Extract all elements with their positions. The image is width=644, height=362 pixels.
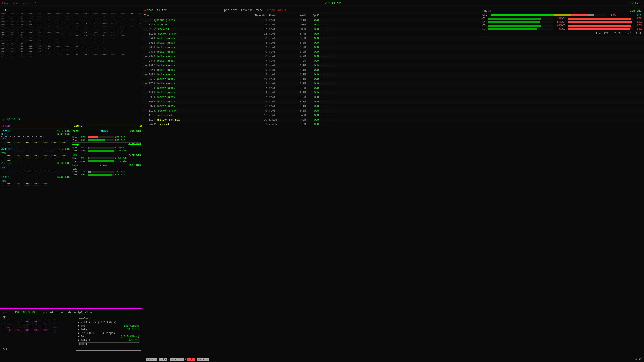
mem-avail-val: 12.2 GiB — [57, 148, 70, 150]
proc-user: root — [269, 114, 288, 117]
net-sync-btn[interactable]: sync — [41, 311, 48, 314]
disk-swap-used: Used: 0% 0 Byte — [72, 146, 141, 149]
table-row[interactable]: ├─ 3074 docker-proxy 8 root 3.1M 0.0 ···… — [142, 104, 644, 108]
proc-user: root — [269, 23, 288, 26]
proc-cpu: 0.0 — [306, 42, 319, 44]
proc-threads: 1 — [252, 123, 267, 126]
table-row[interactable]: ├─ 2372 docker-proxy 8 root 3.1M 0.0 ···… — [142, 63, 644, 68]
proc-cpu: 0.0 — [306, 32, 319, 36]
mem-free-dots: ········································… — [1, 183, 70, 188]
proc-tree-btn[interactable]: tree — [256, 9, 263, 12]
proc-cpu: 0.0 — [306, 96, 319, 99]
bottom-sep2: ↓ — [167, 358, 169, 361]
net-zero-btn[interactable]: zero — [56, 311, 63, 314]
info-btn[interactable]: info — [159, 358, 167, 361]
disk-swap-free-bar-bg — [88, 150, 114, 152]
disk-swap-free: Free:100% 7.79 GiB — [72, 150, 141, 152]
proc-filter-btn[interactable]: filter — [157, 9, 167, 12]
bottom-sep4: ↓ — [195, 358, 197, 361]
upload-total-row: ▲ Total: 828 MiB — [78, 339, 139, 342]
table-row[interactable]: ├─ 2758 docker-proxy 9 root 3.1M 0.0 ···… — [142, 81, 644, 86]
disk-root-used-val: 339 GiB — [115, 136, 125, 138]
mem-total-val: 15.5 GiB — [57, 130, 70, 133]
table-row[interactable]: ├─ 1127 qbittorrent-nox 10 akash 32M 0.0… — [142, 118, 644, 122]
preset-btn[interactable]: preset * — [23, 2, 36, 5]
select-btn[interactable]: select — [146, 358, 157, 361]
disk-swap-used-bar — [88, 147, 89, 149]
proc-user: root — [269, 105, 288, 108]
proc-user: root — [269, 96, 288, 99]
proc-threads: 10 — [252, 118, 267, 122]
disk-swap-header: swap 7.79 GiB — [72, 142, 141, 146]
disk-boot-free-bar — [88, 174, 112, 176]
proc-mem: 3.1M — [288, 73, 306, 76]
proc-cpu-bar: ·········· — [319, 87, 340, 89]
proc-percore-btn[interactable]: per-core — [224, 9, 238, 12]
proc-cpu-bar: ·········· — [319, 92, 340, 94]
menu-btn[interactable]: menu — [13, 2, 20, 5]
plus-btn[interactable]: + — [640, 2, 642, 6]
disk-title: disks — [74, 124, 82, 128]
table-row[interactable]: [-]-4739 systemd 1 akash 8.8M 0.0 ······… — [142, 122, 644, 127]
terminate-btn[interactable]: terminate — [170, 358, 184, 361]
proc-reverse-btn[interactable]: reverse — [241, 9, 253, 12]
table-row[interactable]: ├─ 2343 docker-proxy 7 root 3G 0.0 ·····… — [142, 59, 644, 63]
net-content: 10K 136K ·······························… — [1, 316, 141, 350]
net-title-bar: 3 net ── 192.168.0.103 ── sync auto zero… — [1, 310, 141, 315]
disk-root-used-bar-bg — [88, 136, 114, 138]
proc-mem: 8.8M — [288, 123, 306, 126]
proc-tree: ├─ 2769 docker-proxy — [144, 87, 252, 90]
mem-used-val: 3.35 GiB — [57, 133, 70, 136]
net-auto-btn[interactable]: auto — [48, 311, 55, 314]
proc-mem: 11M — [288, 19, 306, 22]
cpu-graph-dots: ········································… — [0, 7, 142, 65]
proc-sep1: ─ — [154, 9, 156, 12]
table-row[interactable]: ├─ 2549 docker-proxy 8 root 3.3M 0.0 ···… — [142, 36, 644, 40]
proc-tree: ├─ 3074 docker-proxy — [144, 105, 252, 108]
proc-mem: 3.1M — [288, 105, 306, 108]
mem-total-label: Total: — [1, 130, 10, 133]
table-row[interactable]: ├─ 2863 docker-proxy 9 root 3.2M 0.0 ···… — [142, 45, 644, 50]
proc-cpu: 0.0 — [306, 46, 319, 49]
proc-tree: [-]-4739 systemd — [144, 123, 252, 126]
cpu-title[interactable]: cpu — [4, 8, 8, 11]
table-row[interactable]: ├─ 2320 docker-proxy 6 root 2.9M 0.0 ···… — [142, 54, 644, 59]
table-row[interactable]: ├─ 1151 containerd 15 root 43M 0.0 ·····… — [142, 113, 644, 118]
table-row[interactable]: ├─ 2939 docker-proxy 7 root 3.2M 0.0 ···… — [142, 95, 644, 100]
table-row[interactable]: ├─ 2476 docker-proxy 9 root 3.1M 0.0 ···… — [142, 72, 644, 77]
mem-used-dots: ········································… — [1, 140, 70, 147]
download-header: download — [78, 317, 139, 320]
disk-swap-size: 7.79 GiB — [128, 143, 141, 146]
table-row[interactable]: ├─ 2596 docker-proxy 10 root 3.1M 0.0 ··… — [142, 77, 644, 81]
disk-root-free-bar — [88, 139, 105, 141]
cpu-dashes: ──────────────────── — [9, 8, 38, 11]
mem-avail-dots: ········································… — [1, 155, 70, 161]
proc-mem: 43M — [288, 114, 306, 117]
table-row[interactable]: ├─ 2769 docker-proxy 7 root 3.2M 0.0 ···… — [142, 86, 644, 90]
cpu-tab[interactable]: cpu — [4, 2, 9, 5]
table-row[interactable]: ├─ 3039 docker-proxy 9 root 3.3M 0.0 ···… — [142, 100, 644, 104]
signals-btn[interactable]: signals — [197, 358, 209, 361]
upload-total-label: ▲ Total: — [78, 339, 90, 342]
download-total-label: ▼ Total: — [78, 328, 90, 331]
disk-boot-header: boot ▼248K 1021 MiB — [72, 164, 141, 167]
proc-cpu-sort-btn[interactable]: < cpu lazy > — [266, 9, 287, 12]
proc-user: root — [269, 50, 288, 54]
mem-rows: Total: 15.5 GiB Used: 3.35 GiB 22% ·····… — [1, 130, 70, 188]
proc-sep3: ─ — [238, 9, 240, 12]
kill-btn[interactable]: kill — [187, 358, 194, 361]
proc-cpu: 0.0 — [306, 64, 319, 67]
disk-swap-free-val: 7.79 GiB — [115, 150, 126, 152]
proc-tree: ├─ 2549 docker-proxy — [144, 37, 252, 40]
upload-top-val: (15.9 Mibps) — [121, 335, 139, 338]
table-row[interactable]: ├─ 2882 docker-proxy 8 root 3.3M 0.0 ···… — [142, 90, 644, 95]
net-sep: ── — [11, 311, 14, 314]
table-row[interactable]: ├─ 2378 docker-proxy 9 root 3.3M 0.0 ···… — [142, 50, 644, 54]
table-row[interactable]: ├─ 2458 docker-proxy 9 root 3.1M 0.0 ···… — [142, 68, 644, 72]
table-row[interactable]: ├─ 2912 docker-proxy 8 root 3.2M 0.0 ···… — [142, 40, 644, 45]
download-speed-row: ▼ 7.28 KiB/s (58.3 Kibps) — [78, 321, 139, 324]
disk-root-free: Free: 63% 567 GiB — [72, 139, 141, 142]
scroll-arrows: ↑ — [144, 358, 146, 361]
proc-tree: [-]-1 systemd (init) — [144, 19, 252, 22]
table-row[interactable]: ├─ 11953 docker-proxy 6 root 3.0M 0.0 ··… — [142, 108, 644, 113]
